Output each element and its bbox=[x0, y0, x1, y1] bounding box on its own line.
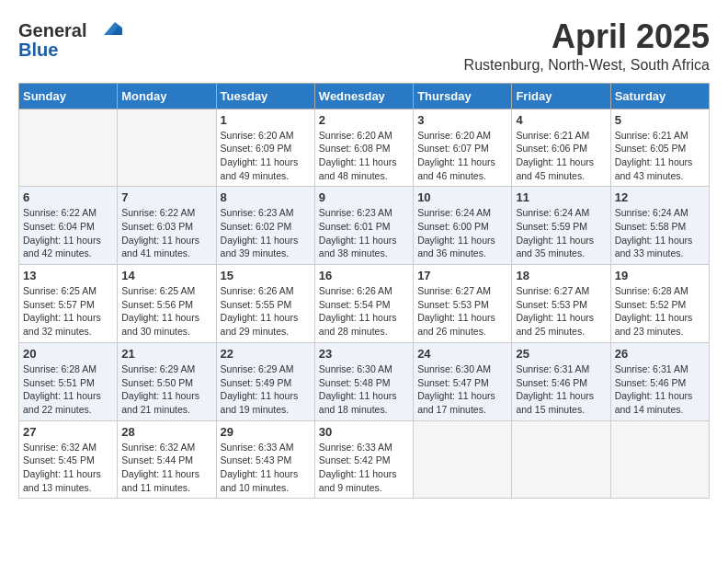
month-title: April 2025 bbox=[464, 18, 710, 55]
col-sunday: Sunday bbox=[19, 83, 118, 109]
calendar-cell: 28Sunrise: 6:32 AMSunset: 5:44 PMDayligh… bbox=[118, 420, 216, 499]
calendar-cell: 14Sunrise: 6:25 AMSunset: 5:56 PMDayligh… bbox=[118, 265, 216, 343]
day-number: 23 bbox=[319, 347, 409, 361]
calendar-cell: 17Sunrise: 6:27 AMSunset: 5:53 PMDayligh… bbox=[414, 265, 512, 343]
calendar-cell: 3Sunrise: 6:20 AMSunset: 6:07 PMDaylight… bbox=[414, 109, 512, 187]
day-number: 4 bbox=[516, 113, 606, 127]
logo: General Blue bbox=[18, 18, 122, 60]
calendar-cell: 4Sunrise: 6:21 AMSunset: 6:06 PMDaylight… bbox=[512, 109, 610, 187]
day-number: 22 bbox=[221, 347, 311, 361]
day-number: 17 bbox=[417, 269, 507, 282]
calendar-cell: 18Sunrise: 6:27 AMSunset: 5:53 PMDayligh… bbox=[512, 265, 610, 343]
day-info: Sunrise: 6:23 AMSunset: 6:02 PMDaylight:… bbox=[221, 206, 311, 260]
day-info: Sunrise: 6:29 AMSunset: 5:49 PMDaylight:… bbox=[221, 362, 311, 417]
day-info: Sunrise: 6:20 AMSunset: 6:07 PMDaylight:… bbox=[417, 129, 507, 183]
day-info: Sunrise: 6:32 AMSunset: 5:45 PMDaylight:… bbox=[23, 441, 113, 495]
day-number: 6 bbox=[23, 190, 113, 204]
day-info: Sunrise: 6:28 AMSunset: 5:51 PMDaylight:… bbox=[23, 362, 113, 417]
calendar-cell bbox=[610, 420, 709, 499]
day-info: Sunrise: 6:21 AMSunset: 6:06 PMDaylight:… bbox=[516, 129, 606, 183]
day-info: Sunrise: 6:33 AMSunset: 5:42 PMDaylight:… bbox=[319, 441, 409, 495]
col-tuesday: Tuesday bbox=[216, 83, 314, 109]
day-number: 19 bbox=[615, 269, 705, 282]
day-number: 3 bbox=[417, 113, 507, 127]
calendar-cell: 26Sunrise: 6:31 AMSunset: 5:46 PMDayligh… bbox=[610, 342, 709, 420]
calendar-cell bbox=[118, 109, 216, 187]
day-info: Sunrise: 6:25 AMSunset: 5:57 PMDaylight:… bbox=[23, 284, 113, 339]
day-info: Sunrise: 6:25 AMSunset: 5:56 PMDaylight:… bbox=[121, 284, 211, 339]
title-section: April 2025 Rustenburg, North-West, South… bbox=[464, 18, 710, 74]
day-info: Sunrise: 6:20 AMSunset: 6:08 PMDaylight:… bbox=[319, 129, 409, 183]
day-number: 7 bbox=[121, 190, 211, 204]
day-info: Sunrise: 6:28 AMSunset: 5:52 PMDaylight:… bbox=[615, 284, 705, 339]
day-number: 15 bbox=[221, 269, 311, 282]
day-number: 1 bbox=[221, 113, 311, 127]
calendar-cell: 10Sunrise: 6:24 AMSunset: 6:00 PMDayligh… bbox=[414, 187, 512, 265]
calendar-week-row: 27Sunrise: 6:32 AMSunset: 5:45 PMDayligh… bbox=[19, 420, 710, 499]
calendar-cell bbox=[512, 420, 610, 499]
day-number: 20 bbox=[23, 347, 113, 361]
calendar-cell: 24Sunrise: 6:30 AMSunset: 5:47 PMDayligh… bbox=[414, 342, 512, 420]
day-number: 10 bbox=[417, 190, 507, 204]
calendar-cell: 20Sunrise: 6:28 AMSunset: 5:51 PMDayligh… bbox=[19, 342, 118, 420]
calendar-cell: 15Sunrise: 6:26 AMSunset: 5:55 PMDayligh… bbox=[216, 265, 314, 343]
col-thursday: Thursday bbox=[414, 83, 512, 109]
day-info: Sunrise: 6:31 AMSunset: 5:46 PMDaylight:… bbox=[615, 362, 705, 417]
logo-icon bbox=[95, 18, 122, 37]
day-number: 26 bbox=[615, 347, 705, 361]
calendar-cell: 7Sunrise: 6:22 AMSunset: 6:03 PMDaylight… bbox=[118, 187, 216, 265]
day-info: Sunrise: 6:30 AMSunset: 5:48 PMDaylight:… bbox=[319, 362, 409, 417]
calendar-cell bbox=[19, 109, 118, 187]
location-title: Rustenburg, North-West, South Africa bbox=[464, 57, 710, 74]
day-info: Sunrise: 6:27 AMSunset: 5:53 PMDaylight:… bbox=[417, 284, 507, 339]
day-info: Sunrise: 6:30 AMSunset: 5:47 PMDaylight:… bbox=[417, 362, 507, 417]
page-header: General Blue April 2025 Rustenburg, Nort… bbox=[18, 18, 710, 74]
calendar-cell: 30Sunrise: 6:33 AMSunset: 5:42 PMDayligh… bbox=[314, 420, 413, 499]
calendar-cell: 16Sunrise: 6:26 AMSunset: 5:54 PMDayligh… bbox=[314, 265, 413, 343]
day-number: 24 bbox=[417, 347, 507, 361]
day-info: Sunrise: 6:32 AMSunset: 5:44 PMDaylight:… bbox=[121, 441, 211, 495]
day-info: Sunrise: 6:26 AMSunset: 5:55 PMDaylight:… bbox=[221, 284, 311, 339]
calendar-cell: 8Sunrise: 6:23 AMSunset: 6:02 PMDaylight… bbox=[216, 187, 314, 265]
logo-general-text: General bbox=[18, 20, 86, 40]
calendar-cell: 12Sunrise: 6:24 AMSunset: 5:58 PMDayligh… bbox=[610, 187, 709, 265]
day-info: Sunrise: 6:24 AMSunset: 5:59 PMDaylight:… bbox=[516, 206, 606, 260]
day-info: Sunrise: 6:31 AMSunset: 5:46 PMDaylight:… bbox=[516, 362, 606, 417]
day-number: 29 bbox=[221, 425, 311, 439]
day-number: 30 bbox=[319, 425, 409, 439]
calendar-cell: 21Sunrise: 6:29 AMSunset: 5:50 PMDayligh… bbox=[118, 342, 216, 420]
col-wednesday: Wednesday bbox=[314, 83, 413, 109]
calendar-week-row: 1Sunrise: 6:20 AMSunset: 6:09 PMDaylight… bbox=[19, 109, 710, 187]
day-number: 25 bbox=[516, 347, 606, 361]
day-info: Sunrise: 6:33 AMSunset: 5:43 PMDaylight:… bbox=[221, 441, 311, 495]
col-monday: Monday bbox=[118, 83, 216, 109]
calendar-cell: 11Sunrise: 6:24 AMSunset: 5:59 PMDayligh… bbox=[512, 187, 610, 265]
day-info: Sunrise: 6:22 AMSunset: 6:04 PMDaylight:… bbox=[23, 206, 113, 260]
calendar-week-row: 20Sunrise: 6:28 AMSunset: 5:51 PMDayligh… bbox=[19, 342, 710, 420]
calendar-header-row: Sunday Monday Tuesday Wednesday Thursday… bbox=[19, 83, 710, 109]
calendar-cell: 9Sunrise: 6:23 AMSunset: 6:01 PMDaylight… bbox=[314, 187, 413, 265]
day-info: Sunrise: 6:24 AMSunset: 6:00 PMDaylight:… bbox=[417, 206, 507, 260]
calendar-cell: 5Sunrise: 6:21 AMSunset: 6:05 PMDaylight… bbox=[610, 109, 709, 187]
day-info: Sunrise: 6:27 AMSunset: 5:53 PMDaylight:… bbox=[516, 284, 606, 339]
calendar-cell: 23Sunrise: 6:30 AMSunset: 5:48 PMDayligh… bbox=[314, 342, 413, 420]
calendar-cell: 13Sunrise: 6:25 AMSunset: 5:57 PMDayligh… bbox=[19, 265, 118, 343]
calendar-cell: 1Sunrise: 6:20 AMSunset: 6:09 PMDaylight… bbox=[216, 109, 314, 187]
day-number: 8 bbox=[221, 190, 311, 204]
day-info: Sunrise: 6:20 AMSunset: 6:09 PMDaylight:… bbox=[221, 129, 311, 183]
calendar-cell bbox=[414, 420, 512, 499]
day-number: 13 bbox=[23, 269, 113, 282]
day-number: 27 bbox=[23, 425, 113, 439]
calendar-cell: 29Sunrise: 6:33 AMSunset: 5:43 PMDayligh… bbox=[216, 420, 314, 499]
calendar-cell: 25Sunrise: 6:31 AMSunset: 5:46 PMDayligh… bbox=[512, 342, 610, 420]
calendar-cell: 22Sunrise: 6:29 AMSunset: 5:49 PMDayligh… bbox=[216, 342, 314, 420]
day-info: Sunrise: 6:26 AMSunset: 5:54 PMDaylight:… bbox=[319, 284, 409, 339]
day-info: Sunrise: 6:21 AMSunset: 6:05 PMDaylight:… bbox=[615, 129, 705, 183]
day-number: 11 bbox=[516, 190, 606, 204]
day-number: 18 bbox=[516, 269, 606, 282]
calendar-week-row: 13Sunrise: 6:25 AMSunset: 5:57 PMDayligh… bbox=[19, 265, 710, 343]
day-number: 5 bbox=[615, 113, 705, 127]
day-number: 9 bbox=[319, 190, 409, 204]
day-number: 21 bbox=[121, 347, 211, 361]
logo-blue-text: Blue bbox=[18, 40, 58, 60]
